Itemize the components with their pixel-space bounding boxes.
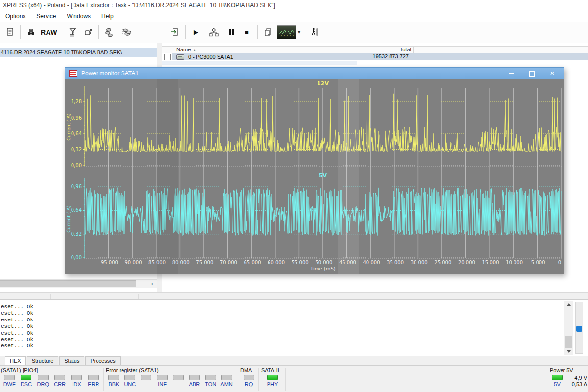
raw-mode-button[interactable]: RAW <box>39 24 59 40</box>
current-path-header: 4116.DR.2024 SEAGATE 10 TB\KOPIA BAD SEK… <box>0 48 158 57</box>
report-log-icon <box>5 27 15 37</box>
svg-text:-5 000: -5 000 <box>529 260 545 265</box>
report-log-button[interactable] <box>2 24 18 40</box>
menu-windows[interactable]: Windows <box>61 11 96 22</box>
log-line: eset... Ok <box>1 310 33 317</box>
power-graph-button[interactable]: ▾ <box>276 24 301 40</box>
svg-text:-40 000: -40 000 <box>361 260 380 265</box>
svg-text:0: 0 <box>558 260 561 265</box>
app-titlebar[interactable]: XPRESS (x64) - Poland - [Data Extractor … <box>0 0 588 11</box>
scroll-right-button[interactable]: › <box>148 280 156 287</box>
scroll-up-button[interactable] <box>564 301 573 308</box>
menu-bar: OptionsServiceWindowsHelp <box>0 11 588 22</box>
walking-exit-icon <box>310 27 319 37</box>
stop-icon: ■ <box>245 28 249 36</box>
svg-text:-55 000: -55 000 <box>290 260 309 265</box>
svg-text:-10 000: -10 000 <box>504 260 523 265</box>
stop-button[interactable]: ■ <box>239 24 255 40</box>
idx-led <box>71 375 82 380</box>
minimize-icon <box>509 73 514 74</box>
find-button[interactable] <box>23 24 39 40</box>
status-group: DMARQ <box>240 368 258 387</box>
led-label: TON <box>202 381 219 387</box>
led-label: IDX <box>68 381 85 387</box>
scrollbar-thumb[interactable] <box>0 280 136 287</box>
play-icon: ▶ <box>194 28 198 36</box>
bottom-tab-bar: HEXStructureStatusProcesses <box>0 356 588 366</box>
log-panel[interactable]: eset... Okeset... Okeset... Okeset... Ok… <box>0 300 588 356</box>
err-led <box>88 375 99 380</box>
exit-task-button[interactable] <box>307 24 322 40</box>
svg-text:-50 000: -50 000 <box>314 260 333 265</box>
power-monitor-titlebar[interactable]: Power monitor SATA1 × <box>65 68 564 79</box>
svg-text:0,00: 0,00 <box>71 163 82 168</box>
status-strip <box>0 292 588 300</box>
log-scrollbar[interactable] <box>564 301 573 355</box>
tab-processes[interactable]: Processes <box>85 356 120 365</box>
svg-text:Time (mS): Time (mS) <box>310 266 336 271</box>
toolbar: RAW <box>0 22 588 43</box>
current-path: 4116.DR.2024 SEAGATE 10 TB\KOPIA BAD SEK… <box>1 49 122 55</box>
name-column-header[interactable]: Name▲ <box>174 47 359 53</box>
svg-text:-65 000: -65 000 <box>242 260 261 265</box>
table-header[interactable]: Name▲ Total <box>162 46 588 53</box>
horizontal-scrollbar[interactable]: › <box>0 279 157 288</box>
open-task-button[interactable] <box>167 24 183 40</box>
drive-name: 0 - PC3000 SATA1 <box>188 54 233 60</box>
scroll-down-button[interactable] <box>564 348 573 355</box>
tab-hex[interactable]: HEX <box>5 356 26 365</box>
minimize-button[interactable] <box>504 69 518 78</box>
svg-text:5V: 5V <box>319 172 327 179</box>
test-flow-button[interactable] <box>204 24 223 40</box>
table-row[interactable]: 0 - PC3000 SATA1 19532 873 727 <box>162 53 588 60</box>
copy-sectors-button[interactable] <box>260 24 276 40</box>
menu-help[interactable]: Help <box>96 11 119 22</box>
led-label: CRR <box>51 381 68 387</box>
svg-text:Current ( A): Current ( A) <box>66 205 71 233</box>
log-zoom-slider[interactable] <box>575 302 583 354</box>
power-panel-title: Power 5V <box>550 368 573 373</box>
total-column-header[interactable]: Total <box>359 47 414 53</box>
toolbar-separator <box>98 25 99 39</box>
menu-service[interactable]: Service <box>31 11 61 22</box>
dropdown-icon: ▾ <box>298 29 300 35</box>
filter-sectors-button[interactable] <box>65 24 80 40</box>
reserved-led <box>173 375 184 380</box>
row-checkbox[interactable] <box>164 54 171 60</box>
arrow-up-icon <box>567 303 571 306</box>
ton-led <box>205 375 216 380</box>
close-button[interactable]: × <box>545 69 559 78</box>
log-line: eset... Ok <box>1 343 33 349</box>
checkbox-column-header <box>162 47 174 53</box>
status-group: Error register (SATA1)BBKUNCINFABRTONAMN <box>106 368 235 387</box>
copy-pages-icon <box>263 27 273 37</box>
led-label: BBK <box>106 381 122 387</box>
svg-text:0,64: 0,64 <box>71 131 82 136</box>
log-lines: eset... Okeset... Okeset... Okeset... Ok… <box>1 304 33 350</box>
sector-map-edit-button[interactable] <box>117 24 136 40</box>
svg-text:-20 000: -20 000 <box>456 260 475 265</box>
slider-thumb[interactable] <box>576 326 582 332</box>
sector-map-button[interactable] <box>101 24 117 40</box>
maximize-button[interactable] <box>525 69 539 78</box>
tab-status[interactable]: Status <box>59 356 84 365</box>
dsc-led <box>21 375 31 380</box>
reserved-led <box>141 375 151 380</box>
tab-structure[interactable]: Structure <box>27 356 59 365</box>
group-title: SATA-II <box>261 368 279 373</box>
start-button[interactable]: ▶ <box>188 24 204 40</box>
pause-button[interactable] <box>223 24 239 40</box>
clear-results-button[interactable] <box>80 24 96 40</box>
pause-icon <box>229 29 234 35</box>
log-scrollbar-thumb[interactable] <box>565 336 572 348</box>
phy-led <box>267 375 278 380</box>
menu-options[interactable]: Options <box>0 11 31 22</box>
drive-icon <box>176 54 184 60</box>
dwf-led <box>4 375 15 380</box>
crr-led <box>54 375 65 380</box>
svg-text:0,64: 0,64 <box>71 207 82 213</box>
svg-text:-35 000: -35 000 <box>385 260 404 265</box>
power-current-value: 0,53 A <box>564 381 587 388</box>
power-5v-led-label: 5V <box>550 381 564 387</box>
bbk-led <box>108 375 119 380</box>
